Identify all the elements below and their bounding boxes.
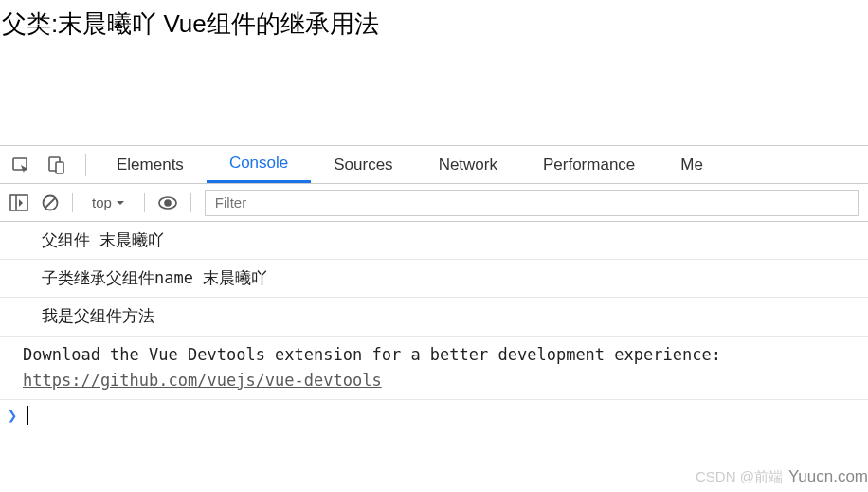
watermark-text: Yuucn.com xyxy=(788,467,868,486)
clear-console-icon[interactable] xyxy=(42,194,59,211)
tab-sources[interactable]: Sources xyxy=(311,146,415,183)
tab-performance[interactable]: Performance xyxy=(520,146,658,183)
console-log-line: 子类继承父组件name 末晨曦吖 xyxy=(0,260,868,298)
page-title: 父类:末晨曦吖 Vue组件的继承用法 xyxy=(0,8,868,41)
tab-memory[interactable]: Me xyxy=(658,146,726,183)
console-prompt[interactable]: ❯ xyxy=(0,400,868,430)
tab-network[interactable]: Network xyxy=(416,146,520,183)
divider xyxy=(144,193,145,212)
svg-rect-2 xyxy=(56,162,63,173)
console-log-line: Download the Vue Devtools extension for … xyxy=(0,337,868,400)
watermark-text: CSDN @前端 xyxy=(696,468,783,486)
prompt-cursor xyxy=(27,406,28,425)
svg-point-7 xyxy=(165,200,171,206)
svg-line-6 xyxy=(45,198,55,208)
console-log-line: 我是父组件方法 xyxy=(0,298,868,336)
filter-input[interactable] xyxy=(205,190,859,216)
console-toolbar: top xyxy=(0,184,868,222)
chevron-down-icon xyxy=(116,194,125,210)
context-dropdown[interactable]: top xyxy=(86,192,131,212)
devtools-link[interactable]: https://github.com/vuejs/vue-devtools xyxy=(23,371,382,390)
console-message-text: Download the Vue Devtools extension for … xyxy=(23,345,721,364)
live-expression-icon[interactable] xyxy=(158,196,177,210)
tab-elements[interactable]: Elements xyxy=(94,146,207,183)
divider xyxy=(72,193,73,212)
prompt-arrow-icon: ❯ xyxy=(8,406,17,425)
console-output: 父组件 末晨曦吖 子类继承父组件name 末晨曦吖 我是父组件方法 Downlo… xyxy=(0,222,868,430)
sidebar-toggle-icon[interactable] xyxy=(9,194,28,211)
devtools-tabs: Elements Console Sources Network Perform… xyxy=(0,146,868,184)
context-label: top xyxy=(92,194,112,210)
devtools-panel: Elements Console Sources Network Perform… xyxy=(0,145,868,430)
devtools-icon-group xyxy=(0,146,78,183)
device-toggle-icon[interactable] xyxy=(47,155,66,174)
divider xyxy=(85,154,86,176)
watermark: CSDN @前端 Yuucn.com xyxy=(696,467,868,486)
page-content: 父类:末晨曦吖 Vue组件的继承用法 xyxy=(0,0,868,41)
divider xyxy=(190,193,191,212)
tab-console[interactable]: Console xyxy=(207,146,311,183)
inspect-icon[interactable] xyxy=(11,155,30,174)
console-log-line: 父组件 末晨曦吖 xyxy=(0,222,868,260)
